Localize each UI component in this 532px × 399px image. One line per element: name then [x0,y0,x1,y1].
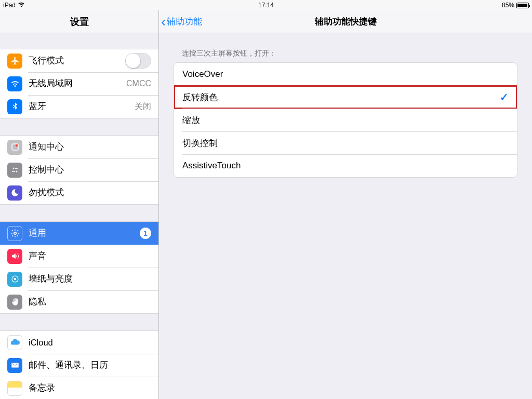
mail-icon [7,358,22,373]
sidebar-item-label: 墙纸与亮度 [29,273,158,285]
option-label: 缩放 [182,114,200,126]
option-label: 切换控制 [182,137,218,149]
svg-point-2 [12,168,14,169]
option-voiceover[interactable]: VoiceOver [174,63,517,86]
airplane-switch[interactable] [125,53,151,69]
option-label: AssistiveTouch [182,161,241,171]
sidebar-group-1: 飞行模式 无线局域网 CMCC 蓝牙 关闭 [0,49,158,118]
notifications-icon [7,140,22,155]
sidebar-item-label: 蓝牙 [29,101,135,112]
sidebar-item-icloud[interactable]: iCloud [0,331,158,354]
option-label: VoiceOver [182,69,223,79]
sidebar-item-wallpaper[interactable]: 墙纸与亮度 [0,268,158,290]
sidebar-item-label: 邮件、通讯录、日历 [29,360,158,371]
svg-rect-3 [15,168,18,169]
sidebar-scroll[interactable]: 飞行模式 无线局域网 CMCC 蓝牙 关闭 通知中心 [0,33,158,399]
section-header: 连按三次主屏幕按钮，打开： [174,33,517,62]
sidebar-item-label: 勿扰模式 [29,187,158,198]
status-battery-pct: 85% [502,2,514,9]
sidebar-item-notifications[interactable]: 通知中心 [0,136,158,158]
option-invert-colors[interactable]: 反转颜色 ✓ [174,86,517,109]
airplane-icon [7,54,22,69]
dnd-icon [7,185,22,201]
svg-point-6 [14,232,16,235]
wifi-settings-icon [7,76,22,91]
svg-point-8 [14,278,16,281]
sidebar-item-privacy[interactable]: 隐私 [0,290,158,313]
sidebar-group-2: 通知中心 控制中心 勿扰模式 [0,135,158,205]
sidebar-title: 设置 [70,16,89,28]
settings-sidebar: 设置 飞行模式 无线局域网 CMCC 蓝牙 关闭 [0,10,159,399]
wifi-value: CMCC [126,79,151,88]
battery-icon [516,3,529,8]
back-button[interactable]: ‹ 辅助功能 [159,15,202,29]
sidebar-header: 设置 [0,10,158,33]
bluetooth-icon [7,99,22,114]
sidebar-item-airplane[interactable]: 飞行模式 [0,49,158,72]
sidebar-item-label: iCloud [29,338,158,348]
general-badge: 1 [140,228,151,239]
sidebar-item-label: 备忘录 [29,382,158,394]
detail-header: ‹ 辅助功能 辅助功能快捷键 [159,10,532,33]
status-time: 17:14 [258,2,274,9]
control-center-icon [7,163,22,178]
chevron-left-icon: ‹ [161,15,166,29]
sidebar-item-label: 控制中心 [29,164,158,176]
wifi-icon [18,2,25,9]
status-device: iPad [3,2,16,9]
sidebar-item-label: 无线局域网 [29,78,126,89]
svg-point-4 [16,171,17,172]
sidebar-group-4: iCloud 邮件、通讯录、日历 备忘录 [0,330,158,399]
option-assistivetouch[interactable]: AssistiveTouch [174,154,517,177]
option-switch-control[interactable]: 切换控制 [174,131,517,154]
sidebar-item-wifi[interactable]: 无线局域网 CMCC [0,72,158,95]
sidebar-item-bluetooth[interactable]: 蓝牙 关闭 [0,95,158,118]
sidebar-item-label: 隐私 [29,296,158,308]
gear-icon [7,226,22,241]
detail-pane: ‹ 辅助功能 辅助功能快捷键 连按三次主屏幕按钮，打开： VoiceOver 反… [159,10,532,399]
sidebar-item-label: 声音 [29,250,158,262]
wallpaper-icon [7,272,22,287]
sidebar-item-sound[interactable]: 声音 [0,245,158,268]
sidebar-item-notes[interactable]: 备忘录 [0,377,158,399]
option-zoom[interactable]: 缩放 [174,109,517,131]
hand-icon [7,295,22,310]
back-label: 辅助功能 [167,16,202,28]
notes-icon [7,381,22,396]
sidebar-item-general[interactable]: 通用 1 [0,222,158,245]
sidebar-item-label: 通用 [29,228,140,239]
status-bar: iPad 17:14 85% [0,0,532,10]
checkmark-icon: ✓ [500,91,509,103]
sidebar-item-label: 通知中心 [29,141,158,153]
sidebar-item-label: 飞行模式 [29,55,125,66]
svg-point-1 [15,144,18,147]
cloud-icon [7,335,22,350]
svg-rect-5 [12,171,15,172]
option-label: 反转颜色 [182,91,218,103]
sidebar-item-mail[interactable]: 邮件、通讯录、日历 [0,354,158,377]
sidebar-item-control-center[interactable]: 控制中心 [0,158,158,181]
speaker-icon [7,249,22,264]
sidebar-item-dnd[interactable]: 勿扰模式 [0,181,158,204]
options-table: VoiceOver 反转颜色 ✓ 缩放 切换控制 AssistiveTouch [174,62,517,178]
sidebar-group-3: 通用 1 声音 墙纸与亮度 隐私 [0,221,158,314]
bluetooth-value: 关闭 [135,101,151,112]
page-title: 辅助功能快捷键 [315,16,377,28]
